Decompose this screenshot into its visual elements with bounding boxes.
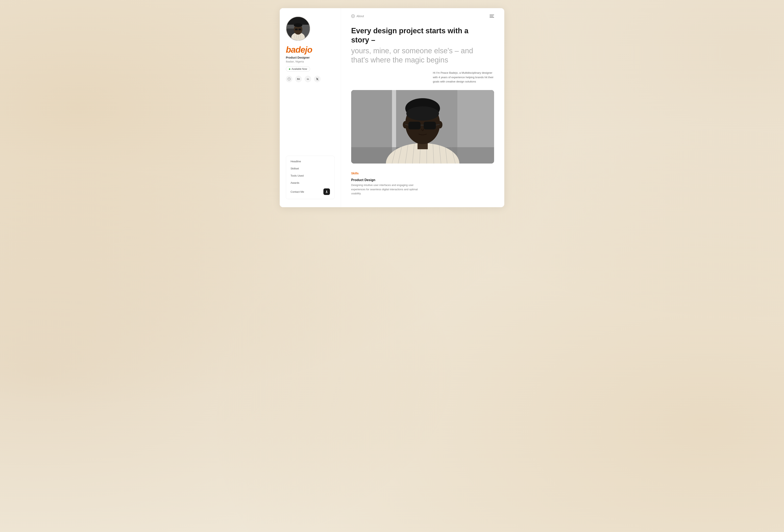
nav-contact-row: Contact Me: [287, 187, 333, 197]
hero-headline-bold: Every design project starts with a story…: [351, 26, 474, 45]
nav-contact-me[interactable]: Contact Me: [290, 190, 304, 193]
svg-rect-17: [326, 193, 328, 193]
sidebar: badejo Product Designer Ibadan, Nigeria …: [280, 8, 341, 207]
profile-name: badejo: [286, 45, 335, 55]
main-content: About Every design project starts with a…: [341, 8, 504, 207]
bio-row: Hi I'm Peace Badejo, a Multidisciplinary…: [351, 71, 494, 84]
skill-title: Product Design: [351, 178, 494, 182]
bio-text: Hi I'm Peace Badejo, a Multidisciplinary…: [433, 71, 494, 84]
profile-title: Product Designer: [286, 56, 335, 59]
about-circle-icon: [351, 14, 355, 18]
skills-section: Skills Product Design Designing intuitiv…: [351, 172, 494, 196]
about-label: About: [357, 15, 364, 18]
svg-point-16: [288, 78, 290, 80]
page-container: badejo Product Designer Ibadan, Nigeria …: [280, 8, 504, 207]
behance-icon[interactable]: Bē: [295, 76, 302, 82]
hamburger-line-2: [489, 16, 493, 16]
svg-point-15: [294, 23, 302, 27]
skills-label: Skills: [351, 172, 494, 175]
svg-rect-44: [424, 122, 436, 130]
nav-tools-used[interactable]: Tools Used: [287, 172, 333, 179]
availability-label: Available Now: [291, 67, 307, 71]
svg-point-42: [406, 106, 439, 121]
nav-menu: Headline Skillset Tools Used Awards Cont…: [286, 156, 335, 199]
twitter-icon[interactable]: [314, 76, 320, 82]
svg-rect-11: [299, 29, 301, 30]
avatar: [286, 16, 310, 41]
top-nav: About: [351, 14, 494, 18]
nav-awards[interactable]: Awards: [287, 179, 333, 186]
nav-skillset[interactable]: Skillset: [287, 165, 333, 172]
profile-location: Ibadan, Nigeria: [286, 60, 335, 63]
skill-desc: Designing intuitive user interfaces and …: [351, 183, 423, 196]
hamburger-line-1: [489, 15, 494, 15]
hero-headline-light: yours, mine, or someone else's – and tha…: [351, 46, 474, 64]
social-icons-row: Bē in: [286, 76, 335, 82]
svg-rect-10: [295, 29, 298, 30]
about-breadcrumb[interactable]: About: [351, 14, 364, 18]
availability-dot: [289, 68, 290, 70]
availability-badge: Available Now: [286, 66, 310, 72]
upload-button[interactable]: [324, 189, 330, 195]
portrait-svg: [351, 90, 494, 164]
svg-rect-43: [408, 122, 421, 130]
nav-headline[interactable]: Headline: [287, 158, 333, 165]
svg-point-19: [353, 16, 354, 17]
linkedin-icon[interactable]: in: [305, 76, 311, 82]
hamburger-menu[interactable]: [489, 15, 494, 18]
hamburger-line-3: [489, 17, 494, 18]
dribbble-icon[interactable]: [286, 76, 292, 82]
hero-photo: [351, 90, 494, 164]
skill-item-product-design: Product Design Designing intuitive user …: [351, 178, 494, 196]
